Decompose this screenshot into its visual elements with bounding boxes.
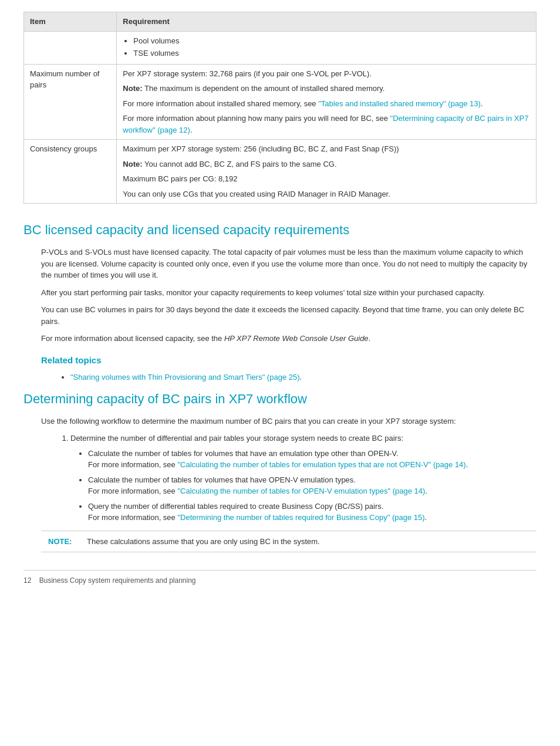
related-topics-list: "Sharing volumes with Thin Provisioning … [41, 372, 537, 383]
table-row: Maximum number of pairs Per XP7 storage … [24, 64, 537, 140]
note-label: Note: [123, 160, 142, 168]
requirement-cell: Per XP7 storage system: 32,768 pairs (if… [117, 64, 537, 140]
related-topic-link-1[interactable]: "Sharing volumes with Thin Provisioning … [70, 373, 300, 382]
subbullet-3-text: Query the number of differential tables … [88, 502, 383, 511]
note-text: These calculations assume that you are o… [87, 536, 320, 548]
col-requirement-header: Requirement [117, 12, 537, 32]
bc-para-4-text: For more information about licensed capa… [41, 334, 224, 343]
list-item: Calculate the number of tables for volum… [88, 448, 537, 471]
page-number: 12 [23, 576, 31, 585]
workflow-intro: Use the following workflow to determine … [41, 416, 537, 427]
step-1-text: Determine the number of differential and… [70, 434, 403, 443]
bc-guide-link: HP XP7 Remote Web Console User Guide [224, 334, 369, 343]
workflow-step-1: Determine the number of differential and… [70, 433, 537, 524]
list-item: "Sharing volumes with Thin Provisioning … [70, 372, 537, 383]
installed-shared-memory-link[interactable]: "Tables and installed shared memory" (pa… [318, 99, 481, 108]
table-row: Pool volumes TSE volumes [24, 31, 537, 64]
table-row: Consistency groups Maximum per XP7 stora… [24, 140, 537, 204]
related-topics-heading: Related topics [41, 354, 537, 367]
note-box: NOTE: These calculations assume that you… [41, 531, 537, 553]
workflow-section-body: Use the following workflow to determine … [23, 416, 537, 553]
subbullet-2-suffix: . [425, 487, 427, 495]
note-label: Note: [123, 84, 142, 93]
subbullet-3-suffix: . [425, 513, 427, 522]
note-label: NOTE: [48, 536, 77, 548]
bc-tables-link[interactable]: "Determining the number of tables requir… [177, 513, 424, 522]
requirements-table: Item Requirement Pool volumes TSE volume… [23, 12, 537, 204]
bc-para-3: You can use BC volumes in pairs for 30 d… [41, 304, 537, 327]
page-footer: 12 Business Copy system requirements and… [23, 570, 537, 586]
step-1-subbullets: Calculate the number of tables for volum… [70, 448, 537, 524]
subbullet-2-text: Calculate the number of tables for volum… [88, 475, 356, 484]
bc-para-4: For more information about licensed capa… [41, 333, 537, 345]
list-item: Calculate the number of tables for volum… [88, 474, 537, 497]
col-item-header: Item [24, 12, 117, 32]
item-cell: Maximum number of pairs [24, 64, 117, 140]
workflow-steps: Determine the number of differential and… [41, 433, 537, 524]
subbullet-1-more: For more information, see [88, 460, 177, 469]
item-cell: Consistency groups [24, 140, 117, 204]
bc-section-title: BC licensed capacity and licensed capaci… [23, 220, 537, 239]
bc-para-4-suffix: . [369, 334, 371, 343]
bc-para-2: After you start performing pair tasks, m… [41, 287, 537, 299]
subbullet-3-more: For more information, see [88, 513, 177, 522]
bc-para-1: P-VOLs and S-VOLs must have licensed cap… [41, 247, 537, 281]
openV-emulation-link[interactable]: "Calculating the number of tables for OP… [177, 487, 425, 495]
subbullet-1-suffix: . [466, 460, 468, 469]
bc-section-body: P-VOLs and S-VOLs must have licensed cap… [23, 247, 537, 383]
item-cell [24, 31, 117, 64]
footer-text: Business Copy system requirements and pl… [39, 576, 196, 585]
emulation-types-link[interactable]: "Calculating the number of tables for em… [177, 460, 465, 469]
list-item: Pool volumes [133, 35, 530, 47]
requirement-cell: Pool volumes TSE volumes [117, 31, 537, 64]
list-item: TSE volumes [133, 48, 530, 59]
subbullet-2-more: For more information, see [88, 487, 177, 495]
determining-capacity-link-table[interactable]: "Determining capacity of BC pairs in XP7… [123, 114, 528, 134]
requirement-cell: Maximum per XP7 storage system: 256 (inc… [117, 140, 537, 204]
list-item: Query the number of differential tables … [88, 501, 537, 524]
workflow-section-title: Determining capacity of BC pairs in XP7 … [23, 389, 537, 409]
subbullet-1-text: Calculate the number of tables for volum… [88, 449, 399, 458]
